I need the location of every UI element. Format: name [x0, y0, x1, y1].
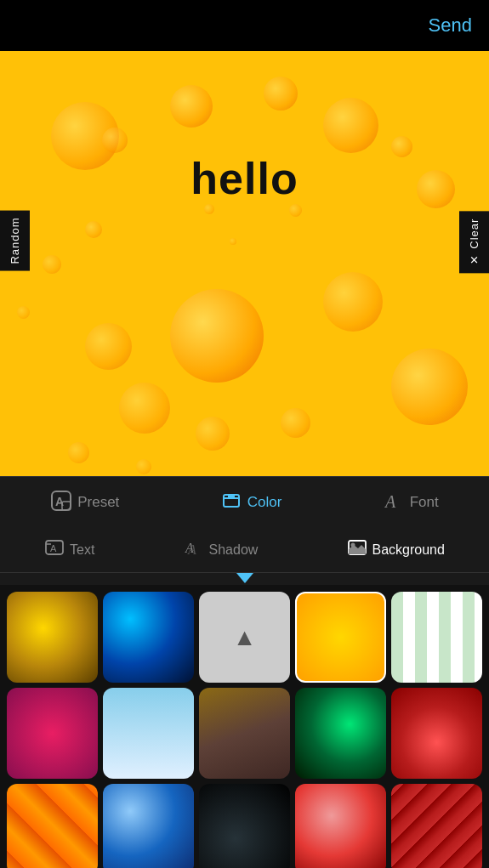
- tab-preset[interactable]: A Preset: [40, 483, 129, 522]
- bg-thumb-wood[interactable]: [199, 688, 290, 779]
- sub-tab-shadow[interactable]: A A Shadow: [175, 532, 267, 567]
- svg-text:A: A: [384, 492, 396, 511]
- sub-tab-shadow-label: Shadow: [209, 542, 259, 558]
- top-bar: Send: [0, 0, 489, 51]
- random-wrapper: Random: [0, 210, 30, 274]
- svg-rect-5: [228, 495, 235, 498]
- preset-icon: A: [50, 490, 72, 515]
- tab-color-label: Color: [247, 494, 282, 511]
- tab-font[interactable]: A Font: [372, 483, 449, 522]
- tab-color[interactable]: Color: [210, 483, 293, 522]
- bg-thumb-dots[interactable]: [7, 688, 98, 779]
- sub-tab-background-label: Background: [372, 542, 445, 558]
- text-icon: A: [44, 537, 65, 562]
- svg-point-13: [350, 543, 355, 547]
- bg-thumb-green-swirl[interactable]: [295, 688, 386, 779]
- clear-button[interactable]: ✕ Clear: [459, 212, 489, 274]
- background-grid: ▲: [0, 585, 489, 868]
- bg-thumb-red-light[interactable]: [391, 688, 482, 779]
- bg-thumb-red-button[interactable]: [295, 784, 386, 868]
- tab-preset-label: Preset: [77, 494, 119, 511]
- shadow-icon: A A: [184, 537, 204, 562]
- svg-text:A: A: [50, 543, 57, 553]
- bg-thumb-red-fabric[interactable]: [391, 784, 482, 868]
- bg-thumb-stripes[interactable]: [391, 592, 482, 683]
- bg-indicator-row: [0, 573, 489, 585]
- tab-font-label: Font: [410, 494, 439, 511]
- bg-thumb-yellow-bubbles[interactable]: [295, 592, 386, 683]
- sub-tab-text[interactable]: A Text: [36, 532, 103, 567]
- clear-wrapper: ✕ Clear: [459, 212, 489, 274]
- random-button[interactable]: Random: [0, 210, 30, 270]
- sub-toolbar: A Text A A Shadow Background: [0, 527, 489, 573]
- bg-thumb-dark-swirl[interactable]: [199, 784, 290, 868]
- bg-thumb-blue-texture[interactable]: [103, 784, 194, 868]
- canvas-area: hello Random ✕ Clear: [0, 51, 489, 476]
- send-button[interactable]: Send: [429, 14, 472, 37]
- bg-indicator: [236, 573, 253, 583]
- toolbar-tabs: A Preset Color A Font: [0, 476, 489, 527]
- sub-tab-text-label: Text: [70, 542, 94, 558]
- bg-thumb-orange-mosaic[interactable]: [7, 784, 98, 868]
- bg-thumb-gold[interactable]: [7, 592, 98, 683]
- bg-thumb-sky[interactable]: [103, 688, 194, 779]
- svg-text:A: A: [187, 542, 196, 557]
- color-icon: [220, 490, 242, 515]
- bg-thumb-upload[interactable]: ▲: [199, 592, 290, 683]
- bg-thumb-blue-sparkle[interactable]: [103, 592, 194, 683]
- font-icon: A: [383, 490, 405, 515]
- sub-tab-background[interactable]: Background: [338, 532, 453, 567]
- canvas-text[interactable]: hello: [190, 153, 298, 204]
- background-icon: [347, 537, 367, 562]
- upload-arrow-icon: ▲: [233, 624, 257, 651]
